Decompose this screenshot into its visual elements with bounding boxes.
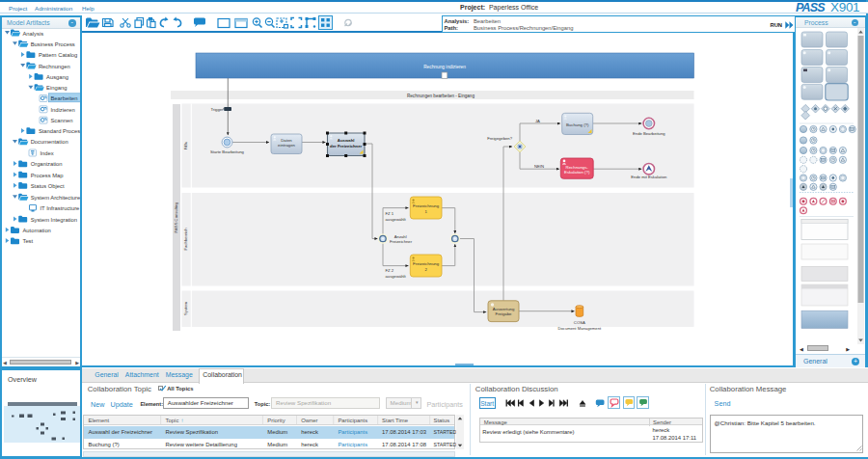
svg-text:17.08.2014 17:03: 17.08.2014 17:03 xyxy=(382,430,427,436)
svg-text:Auswertung: Auswertung xyxy=(493,307,515,311)
svg-text:Indizieren: Indizieren xyxy=(51,107,75,113)
svg-text:Freizeichner: Freizeichner xyxy=(390,239,413,244)
svg-text:Organization: Organization xyxy=(31,161,63,167)
svg-text:Review Spezifikation: Review Spezifikation xyxy=(166,430,218,436)
svg-text:Medium: Medium xyxy=(268,442,288,447)
svg-text:System Integration: System Integration xyxy=(31,217,77,223)
svg-text:↑: ↑ xyxy=(181,418,184,424)
svg-text:Business Process: Business Process xyxy=(31,41,75,47)
svg-text:Rechnungen: Rechnungen xyxy=(39,64,70,69)
svg-text:Document Management: Document Management xyxy=(557,326,602,331)
svg-text:Pattern Catalog: Pattern Catalog xyxy=(39,52,77,58)
svg-text:Eingang: Eingang xyxy=(46,85,67,91)
svg-text:Analysis: Analysis xyxy=(23,31,44,37)
svg-text:Eskalation (?): Eskalation (?) xyxy=(564,170,590,175)
svg-text:Freizeichnung: Freizeichnung xyxy=(413,203,440,208)
svg-text:Fachbereich: Fachbereich xyxy=(183,228,188,251)
svg-text:Ende Bearbeitung: Ende Bearbeitung xyxy=(633,131,665,136)
svg-text:Review weitere Detaillierung: Review weitere Detaillierung xyxy=(166,442,237,447)
svg-text:PASS Consulting: PASS Consulting xyxy=(174,202,178,232)
svg-text:Participants: Participants xyxy=(339,418,368,423)
svg-text:Freigegeben?: Freigegeben? xyxy=(487,136,513,141)
svg-text:Standard Process: Standard Process xyxy=(39,128,80,134)
svg-text:COSA: COSA xyxy=(574,320,585,325)
svg-text:STARTED: STARTED xyxy=(434,430,456,436)
svg-text:Scannen: Scannen xyxy=(51,118,73,123)
svg-text:Process Map: Process Map xyxy=(31,173,64,178)
svg-text:Start Time: Start Time xyxy=(382,418,409,423)
svg-text:Owner: Owner xyxy=(302,418,318,423)
svg-text:Medium: Medium xyxy=(268,430,288,436)
svg-text:Rechnung indizieren: Rechnung indizieren xyxy=(423,65,466,69)
svg-text:eintragen: eintragen xyxy=(278,143,296,148)
svg-text:Auswahl der Freizeichner: Auswahl der Freizeichner xyxy=(89,430,153,436)
svg-text:Freigabe: Freigabe xyxy=(496,311,513,316)
svg-text:System: System xyxy=(183,302,188,315)
svg-text:Documentation: Documentation xyxy=(31,139,68,145)
svg-text:Rechnungs-: Rechnungs- xyxy=(566,165,589,170)
svg-text:FiBu: FiBu xyxy=(183,141,188,149)
svg-text:Starte Bearbeitung: Starte Bearbeitung xyxy=(210,149,245,154)
svg-text:der Freizeichner: der Freizeichner xyxy=(330,144,363,148)
svg-text:IT Infrastructure: IT Infrastructure xyxy=(41,205,80,211)
svg-text:Index: Index xyxy=(41,150,54,156)
svg-text:Participants: Participants xyxy=(339,430,368,436)
svg-text:Buchung (?): Buchung (?) xyxy=(566,122,589,127)
svg-text:Trigger: Trigger xyxy=(210,107,224,112)
svg-text:ausgewählt: ausgewählt xyxy=(386,274,407,279)
svg-text:Status Object: Status Object xyxy=(31,183,65,189)
svg-text:Topic: Topic xyxy=(166,418,179,423)
svg-text:System Architecture: System Architecture xyxy=(31,195,80,201)
svg-text:hereck: hereck xyxy=(302,430,319,436)
svg-text:Anzahl: Anzahl xyxy=(394,234,407,239)
svg-text:JA: JA xyxy=(535,119,540,123)
svg-text:Ausgang: Ausgang xyxy=(46,74,68,80)
svg-text:Rechnungen bearbeiten - Eingan: Rechnungen bearbeiten - Eingang xyxy=(407,94,475,98)
svg-text:Auswahl: Auswahl xyxy=(338,138,355,143)
svg-text:Freizeichnung: Freizeichnung xyxy=(413,261,440,266)
svg-text:hereck: hereck xyxy=(302,442,319,447)
svg-text:Daten: Daten xyxy=(281,138,292,143)
svg-text:Status: Status xyxy=(434,418,450,423)
svg-text:Automation: Automation xyxy=(23,228,51,233)
svg-text:FZ 1: FZ 1 xyxy=(386,211,394,216)
svg-text:Priority: Priority xyxy=(268,418,285,423)
svg-text:Ende mit Eskalation: Ende mit Eskalation xyxy=(631,175,667,179)
svg-text:STARTED: STARTED xyxy=(434,442,456,447)
svg-text:ausgewählt: ausgewählt xyxy=(386,217,407,222)
svg-text:Element: Element xyxy=(89,418,110,423)
svg-text:FZ 2: FZ 2 xyxy=(386,268,394,273)
svg-text:NEIN: NEIN xyxy=(534,164,544,169)
svg-text:Participants: Participants xyxy=(339,442,368,447)
svg-text:Buchung (?): Buchung (?) xyxy=(89,442,120,447)
svg-text:17.08.2014 17:08: 17.08.2014 17:08 xyxy=(382,442,427,447)
svg-text:Test: Test xyxy=(23,238,34,244)
svg-text:Bearbeiten: Bearbeiten xyxy=(51,95,78,101)
